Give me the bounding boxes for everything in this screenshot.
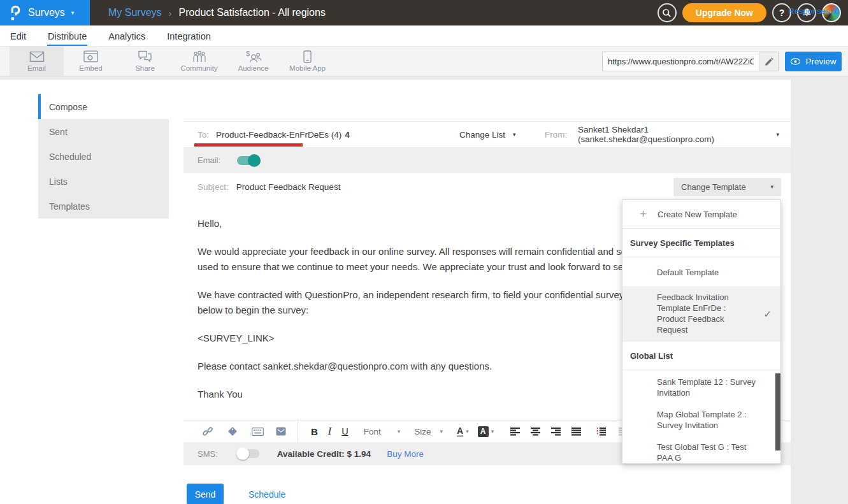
upgrade-now-button[interactable]: Upgrade Now <box>682 3 766 22</box>
justify-button[interactable] <box>569 427 584 436</box>
channel-embed[interactable]: Embed <box>64 47 118 76</box>
template-item-sank-12[interactable]: Sank Template 12 : Survey Invitation <box>622 370 780 403</box>
section-tabs: Edit Distribute Analytics Integration <box>0 25 848 47</box>
keyboard-button[interactable] <box>250 428 265 436</box>
font-family-dropdown[interactable]: Font ▾ <box>364 427 401 436</box>
template-item-map-global-2[interactable]: Map Global Template 2 : Survey Invitatio… <box>622 403 780 435</box>
sidebar-item-scheduled[interactable]: Scheduled <box>38 144 169 169</box>
tab-distribute[interactable]: Distribute <box>47 31 87 46</box>
email-toggle[interactable] <box>237 156 259 165</box>
alignment-group <box>508 427 631 436</box>
channel-audience[interactable]: $ Audience <box>226 47 280 76</box>
change-template-button[interactable]: Change Template ▾ <box>673 178 781 196</box>
text-color-button[interactable]: A ▾ <box>457 426 469 437</box>
survey-url-input[interactable] <box>603 57 759 66</box>
dropdown-scrollbar[interactable] <box>775 373 780 450</box>
channel-community[interactable]: Community <box>172 47 226 76</box>
to-row: To: Product-Feedback-EnFrDeEs (4) 4 Chan… <box>183 121 791 147</box>
embed-window-icon <box>83 50 98 63</box>
insert-link-button[interactable] <box>200 426 215 436</box>
search-button[interactable] <box>658 3 677 22</box>
sidebar-item-lists[interactable]: Lists <box>38 169 169 194</box>
top-bar: Surveys ▾ My Surveys › Product Satisfact… <box>0 0 848 25</box>
check-icon: ✓ <box>763 308 772 319</box>
toggle-knob <box>248 154 261 167</box>
breadcrumb-my-surveys[interactable]: My Surveys <box>108 7 162 18</box>
justify-icon <box>571 427 582 436</box>
sidebar-item-sent[interactable]: Sent <box>38 119 169 144</box>
underline-button[interactable]: U <box>336 426 353 436</box>
font-size-dropdown[interactable]: Size ▾ <box>414 427 443 436</box>
breadcrumb: My Surveys › Product Satisfaction - All … <box>108 0 326 25</box>
product-menu-label: Surveys <box>28 7 65 18</box>
tab-analytics[interactable]: Analytics <box>108 31 146 46</box>
toolbar-divider <box>298 421 298 443</box>
channel-email-label: Email <box>27 64 46 72</box>
global-template-list: Sank Template 12 : Survey Invitation Map… <box>622 370 780 463</box>
create-new-template-label: Create New Template <box>658 210 737 219</box>
subject-input[interactable]: Product Feedback Request <box>236 182 341 192</box>
sidebar-item-compose[interactable]: Compose <box>38 94 169 119</box>
channel-share-label: Share <box>135 64 155 72</box>
search-icon <box>662 8 672 18</box>
from-sender-dropdown[interactable]: Sanket1 Shekdar1 (sanket.shekdar@questio… <box>578 125 779 144</box>
create-new-template-item[interactable]: + Create New Template <box>622 200 780 229</box>
questionpro-logo-icon <box>10 4 22 21</box>
tab-integration[interactable]: Integration <box>166 31 212 46</box>
template-item-label: Feedback Invitation Template EnFrDe : Pr… <box>657 292 729 335</box>
template-item-test-global[interactable]: Test Global Test G : Test PAA G <box>622 435 780 463</box>
channel-share[interactable]: Share <box>118 47 172 76</box>
channel-mobile-app[interactable]: Mobile App <box>280 47 334 76</box>
link-icon <box>203 426 213 436</box>
insert-tag-button[interactable] <box>225 426 240 436</box>
channel-community-label: Community <box>180 64 217 72</box>
align-left-button[interactable] <box>508 427 523 436</box>
chevron-down-icon: ▾ <box>466 429 469 435</box>
change-list-dropdown[interactable]: Change List ▾ <box>459 130 516 140</box>
chevron-down-icon: ▾ <box>440 429 443 435</box>
available-credit: Available Credit: $ 1.94 <box>277 449 371 459</box>
to-recipient-count: 4 <box>345 130 350 140</box>
chat-bubbles-icon <box>138 50 152 63</box>
pencil-icon <box>765 57 773 66</box>
page-title: Product Satisfaction - All regions <box>179 7 326 18</box>
product-menu[interactable]: Surveys ▾ <box>0 0 90 25</box>
sidebar-item-scheduled-label: Scheduled <box>49 152 91 162</box>
sms-toggle[interactable] <box>238 449 259 458</box>
to-list-name[interactable]: Product-Feedback-EnFrDeEs (4) <box>216 130 341 140</box>
size-label: Size <box>414 427 431 436</box>
responses-count: Responses: 0 <box>789 6 840 16</box>
channel-email[interactable]: Email <box>10 47 64 76</box>
template-item-default[interactable]: Default Template <box>622 257 780 286</box>
channel-mobile-app-label: Mobile App <box>289 64 326 72</box>
template-item-feedback-invitation[interactable]: Feedback Invitation Template EnFrDe : Pr… <box>622 286 780 341</box>
buy-more-link[interactable]: Buy More <box>387 449 424 459</box>
change-template-label: Change Template <box>681 182 746 192</box>
italic-button[interactable]: I <box>323 426 336 437</box>
align-center-button[interactable] <box>528 427 543 436</box>
chevron-down-icon: ▾ <box>513 132 516 138</box>
sidebar-item-templates[interactable]: Templates <box>38 194 169 219</box>
schedule-link[interactable]: Schedule <box>248 489 285 500</box>
chevron-down-icon: ▾ <box>491 429 494 435</box>
app-root: Surveys ▾ My Surveys › Product Satisfact… <box>0 0 848 504</box>
channel-toolbar: Email Embed Share Community $ Audience <box>0 47 848 76</box>
sidebar-item-sent-label: Sent <box>49 127 68 137</box>
indent-button[interactable] <box>593 427 608 436</box>
align-right-button[interactable] <box>549 427 564 436</box>
envelope-icon <box>29 51 45 63</box>
toggle-knob <box>236 447 249 460</box>
keyboard-icon <box>252 428 264 436</box>
tab-edit[interactable]: Edit <box>10 31 27 46</box>
highlight-a-icon: A <box>478 426 489 437</box>
survey-url-box <box>602 52 779 71</box>
highlight-color-button[interactable]: A ▾ <box>478 426 494 437</box>
preview-button[interactable]: Preview <box>785 52 842 71</box>
bold-button[interactable]: B <box>306 426 323 437</box>
from-sender-value: Sanket1 Shekdar1 (sanket.shekdar@questio… <box>578 125 776 144</box>
chevron-down-icon: ▾ <box>776 132 779 138</box>
insert-email-button[interactable] <box>273 427 289 436</box>
send-button[interactable]: Send <box>187 484 224 504</box>
edit-url-button[interactable] <box>759 52 778 71</box>
send-row: Send Schedule <box>183 484 791 504</box>
